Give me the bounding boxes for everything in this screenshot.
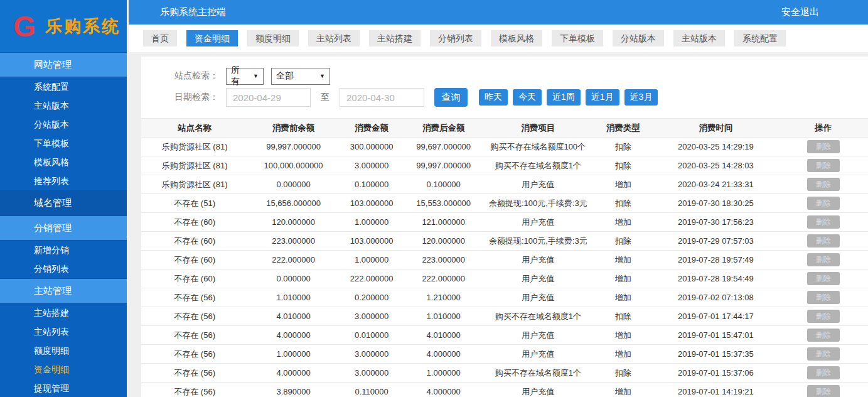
cell-item: 用户充值 <box>483 251 593 269</box>
table-header-row: 站点名称消费前余额消费金额消费后金额消费项目消费类型消费时间操作 <box>141 119 868 138</box>
cell-time: 2019-07-01 14:19:21 <box>653 383 778 397</box>
sidebar-item-distribution-list[interactable]: 分销列表 <box>0 259 127 278</box>
sidebar-item-template-style[interactable]: 模板风格 <box>0 153 127 171</box>
delete-button[interactable]: 删除 <box>807 197 840 210</box>
cell-type: 扣除 <box>593 364 653 383</box>
site-scope-select[interactable]: 所有 ▼ <box>226 68 264 85</box>
site-search-label: 站点检索： <box>162 70 218 82</box>
quick-range-button-last-1-week[interactable]: 近1周 <box>547 89 581 106</box>
cell-balance-before: 4.000000 <box>248 364 339 383</box>
tab-site-build[interactable]: 主站搭建 <box>369 30 421 46</box>
sidebar-item-site-list[interactable]: 主站列表 <box>0 322 127 341</box>
delete-button[interactable]: 删除 <box>807 385 840 397</box>
cell-type: 增加 <box>593 269 653 288</box>
table-row: 乐购货源社区 (81)100,000.0000003.00000099,997.… <box>141 156 868 175</box>
tab-template-style[interactable]: 模板风格 <box>491 30 542 46</box>
cell-balance-after: 4.000000 <box>404 383 483 397</box>
query-button[interactable]: 查询 <box>434 88 468 107</box>
delete-button[interactable]: 删除 <box>807 329 840 342</box>
sidebar-item-funds-detail[interactable]: 资金明细 <box>0 360 127 379</box>
tab-order-template[interactable]: 下单模板 <box>552 30 603 46</box>
cell-action: 删除 <box>779 269 868 288</box>
sidebar-item-recommend-list[interactable]: 推荐列表 <box>0 171 127 190</box>
cell-balance-before: 3.890000 <box>248 383 339 397</box>
cell-amount: 3.000000 <box>339 156 404 175</box>
sidebar: G 乐购系统 网站管理系统配置主站版本分站版本下单模板模板风格推荐列表域名管理分… <box>0 0 127 397</box>
table-row: 不存在 (51)15,656.000000103.00000015,553.00… <box>141 194 868 213</box>
sidebar-item-withdraw-management[interactable]: 提现管理 <box>0 379 127 397</box>
cell-site-name: 不存在 (56) <box>141 364 248 383</box>
cell-type: 增加 <box>593 251 653 269</box>
tab-site-list[interactable]: 主站列表 <box>308 30 360 46</box>
cell-type: 增加 <box>593 326 653 345</box>
cell-balance-before: 4.010000 <box>248 307 339 326</box>
delete-button[interactable]: 删除 <box>807 215 840 229</box>
delete-button[interactable]: 删除 <box>807 366 840 379</box>
sidebar-item-quota-detail[interactable]: 额度明细 <box>0 341 127 360</box>
tab-distribution-list[interactable]: 分销列表 <box>430 30 481 46</box>
delete-button[interactable]: 删除 <box>807 291 840 304</box>
delete-button[interactable]: 删除 <box>807 140 840 153</box>
cell-balance-after: 4.000000 <box>404 345 483 364</box>
quick-range-button-last-3-months[interactable]: 近3月 <box>624 89 658 106</box>
delete-button[interactable]: 删除 <box>807 178 840 191</box>
cell-site-name: 乐购货源社区 (81) <box>141 175 248 194</box>
cell-item: 购买不存在域名额度1个 <box>483 156 593 175</box>
sidebar-item-domain-management[interactable]: 域名管理 <box>0 190 127 215</box>
tab-system-config[interactable]: 系统配置 <box>734 30 786 46</box>
cell-site-name: 不存在 (56) <box>141 288 248 307</box>
tab-funds-detail[interactable]: 资金明细 <box>186 30 238 46</box>
quick-range-button-today[interactable]: 今天 <box>513 89 542 106</box>
cell-type: 增加 <box>593 383 653 397</box>
sidebar-item-mainsite-version[interactable]: 主站版本 <box>0 96 127 115</box>
site-scope-select-value: 所有 <box>231 65 248 87</box>
date-filter-row: 日期检索： 至 查询 昨天今天近1周近1月近3月 <box>162 87 868 108</box>
cell-action: 删除 <box>779 175 868 194</box>
cell-balance-before: 1.010000 <box>248 288 339 307</box>
cell-amount: 300.000000 <box>339 138 404 156</box>
chevron-down-icon: ▼ <box>314 73 325 79</box>
sidebar-item-add-distribution[interactable]: 新增分销 <box>0 241 127 259</box>
tab-subsite-version[interactable]: 分站版本 <box>613 30 664 46</box>
tab-mainsite-version[interactable]: 主站版本 <box>673 30 725 46</box>
delete-button[interactable]: 删除 <box>807 310 840 323</box>
delete-button[interactable]: 删除 <box>807 253 840 266</box>
delete-button[interactable]: 删除 <box>807 347 840 361</box>
table-row: 乐购货源社区 (81)0.0000000.1000000.100000用户充值增… <box>141 175 868 194</box>
cell-item: 余额提现:100元,手续费:3元 <box>483 194 593 213</box>
tab-quota-detail[interactable]: 额度明细 <box>247 30 299 46</box>
sidebar-item-website-management[interactable]: 网站管理 <box>0 52 127 77</box>
table-row: 不存在 (60)222.0000001.000000223.000000用户充值… <box>141 251 868 269</box>
table-row: 不存在 (56)3.8900000.1100004.000000用户充值增加20… <box>141 383 868 397</box>
column-header-balance-after: 消费后金额 <box>404 119 483 138</box>
delete-button[interactable]: 删除 <box>807 159 840 172</box>
quick-range-button-yesterday[interactable]: 昨天 <box>479 89 508 106</box>
delete-button[interactable]: 删除 <box>807 234 840 247</box>
sidebar-item-distribution-management[interactable]: 分销管理 <box>0 215 127 241</box>
cell-balance-before: 0.000000 <box>248 175 339 194</box>
delete-button[interactable]: 删除 <box>807 272 840 285</box>
funds-table: 站点名称消费前余额消费金额消费后金额消费项目消费类型消费时间操作 乐购货源社区 … <box>141 118 868 397</box>
sidebar-item-mainsite-management[interactable]: 主站管理 <box>0 278 127 303</box>
sidebar-item-site-build[interactable]: 主站搭建 <box>0 303 127 322</box>
sidebar-item-system-config[interactable]: 系统配置 <box>0 77 127 96</box>
logout-link[interactable]: 安全退出 <box>781 6 819 18</box>
sidebar-item-subsite-version[interactable]: 分站版本 <box>0 115 127 134</box>
date-search-label: 日期检索： <box>162 92 218 103</box>
tab-home[interactable]: 首页 <box>143 30 177 46</box>
cell-time: 2019-07-28 19:57:49 <box>653 251 778 269</box>
cell-action: 删除 <box>779 232 868 251</box>
site-name-select[interactable]: 全部 ▼ <box>271 68 330 85</box>
date-to-input[interactable] <box>340 88 424 107</box>
cell-type: 增加 <box>593 175 653 194</box>
cell-balance-after: 121.000000 <box>404 213 483 232</box>
column-header-type: 消费类型 <box>593 119 653 138</box>
cell-item: 余额提现:100元,手续费:3元 <box>483 232 593 251</box>
cell-amount: 222.000000 <box>339 269 404 288</box>
sidebar-item-order-template[interactable]: 下单模板 <box>0 134 127 153</box>
cell-time: 2019-07-30 17:56:23 <box>653 213 778 232</box>
date-from-input[interactable] <box>226 88 311 107</box>
cell-balance-after: 222.000000 <box>404 269 483 288</box>
quick-range-button-last-1-month[interactable]: 近1月 <box>586 89 619 106</box>
cell-type: 扣除 <box>593 138 653 156</box>
